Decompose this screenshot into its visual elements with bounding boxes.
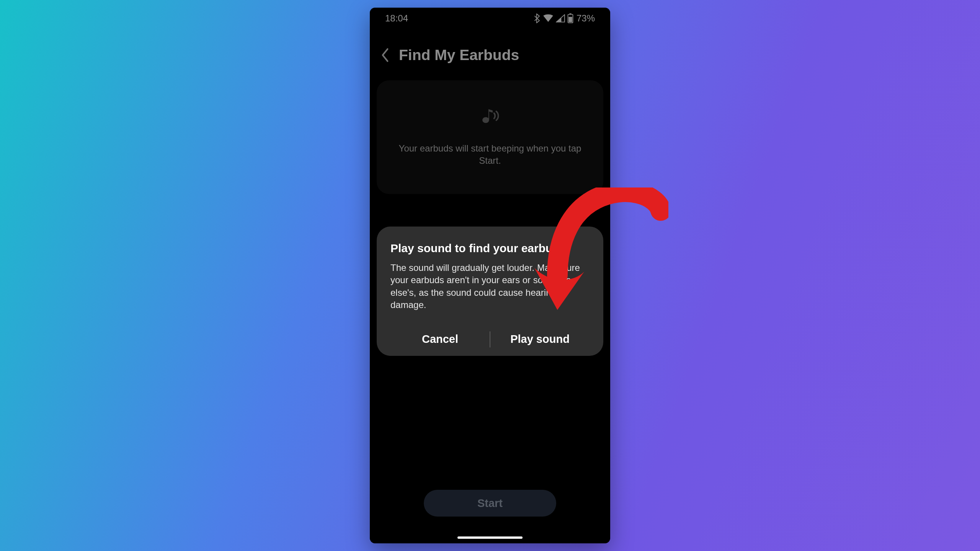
status-icons: 73% (534, 13, 595, 24)
play-sound-button[interactable]: Play sound (490, 323, 590, 356)
start-button-label: Start (477, 497, 503, 510)
page-title: Find My Earbuds (399, 47, 519, 64)
dialog-body: The sound will gradually get louder. Mak… (390, 262, 590, 311)
svg-rect-2 (568, 17, 572, 22)
music-sound-icon (479, 107, 501, 126)
home-indicator[interactable] (457, 536, 523, 539)
page-header: Find My Earbuds (370, 28, 610, 71)
svg-rect-1 (569, 13, 571, 15)
screen-background: 18:04 (370, 8, 610, 194)
battery-percent: 73% (577, 13, 595, 24)
wifi-icon (543, 14, 554, 23)
dialog-title: Play sound to find your earbuds (390, 242, 590, 255)
start-button[interactable]: Start (424, 490, 556, 517)
cancel-button[interactable]: Cancel (390, 323, 490, 356)
battery-icon (567, 13, 573, 23)
status-time: 18:04 (385, 13, 408, 24)
play-sound-button-label: Play sound (510, 333, 570, 346)
dialog-actions: Cancel Play sound (390, 323, 590, 356)
info-hint: Your earbuds will start beeping when you… (398, 142, 582, 167)
status-bar: 18:04 (370, 8, 610, 28)
confirm-dialog: Play sound to find your earbuds The soun… (377, 227, 603, 356)
bluetooth-icon (534, 13, 541, 23)
cancel-button-label: Cancel (422, 333, 458, 346)
info-card: Your earbuds will start beeping when you… (377, 80, 603, 194)
phone-frame: 18:04 (370, 8, 610, 543)
back-icon[interactable] (381, 48, 390, 62)
signal-icon (556, 14, 565, 23)
